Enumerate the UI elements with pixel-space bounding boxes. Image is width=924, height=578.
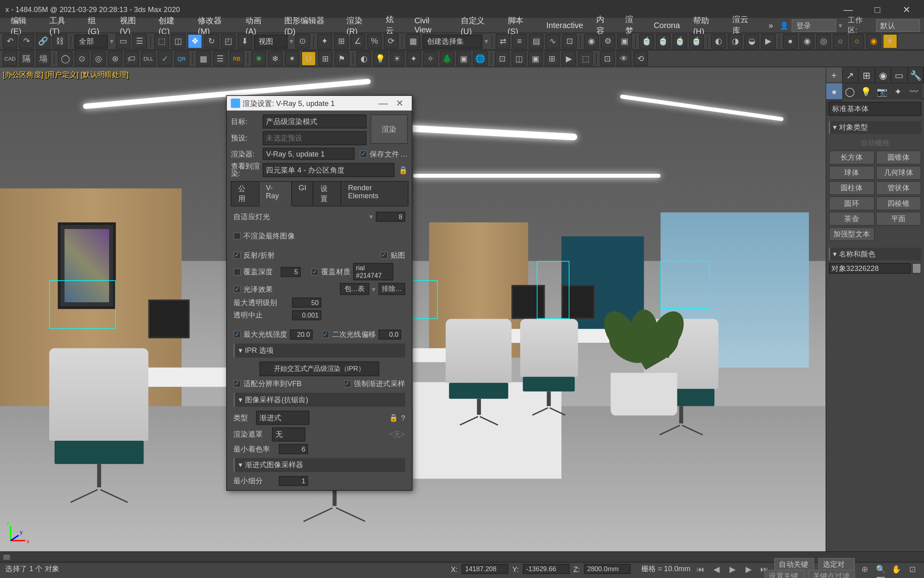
light-1-icon[interactable]: ◐ (357, 51, 371, 66)
scale-icon[interactable]: ◰ (221, 34, 235, 49)
menu-view[interactable]: 视图(V) (113, 14, 152, 37)
close-button[interactable]: ✕ (895, 1, 919, 17)
modify-tab[interactable]: ↗ (843, 67, 859, 83)
nav-8-icon[interactable]: ⊡ (907, 575, 919, 578)
menu-civil-view[interactable]: Civil View (408, 14, 454, 36)
lights-subtab-icon[interactable]: 💡 (858, 83, 874, 99)
render-mask-dropdown[interactable]: 无 (272, 427, 305, 442)
mirror-icon[interactable]: ⇄ (496, 34, 510, 49)
adaptive-lights-spinner[interactable] (376, 212, 405, 222)
maximize-button[interactable]: □ (865, 1, 890, 17)
progressive-sampler-header[interactable]: ▾ 渐进式图像采样器 (233, 458, 405, 472)
display-tab[interactable]: ▭ (892, 67, 908, 83)
rect-select-icon[interactable]: ⬚ (154, 34, 169, 49)
cam-3-icon[interactable]: ▣ (528, 51, 543, 66)
material-editor-icon[interactable]: ◉ (584, 34, 598, 49)
window-cross-icon[interactable]: ◫ (171, 34, 185, 49)
tool-tag-icon[interactable]: 🏷 (124, 51, 139, 66)
vray-rt-icon[interactable]: ◑ (728, 34, 742, 49)
geometry-subtab-icon[interactable]: ● (826, 83, 842, 99)
view-dropdown[interactable]: 四元菜单 4 - 办公区角度 (263, 163, 394, 177)
tool-rb-icon[interactable]: RB (229, 51, 244, 66)
angle-snap-icon[interactable]: ∠ (351, 34, 365, 49)
object-name-input[interactable] (829, 263, 911, 274)
box-button[interactable]: 长方体 (829, 151, 875, 165)
light-global-icon[interactable]: 🌐 (473, 51, 487, 66)
named-sel-icon[interactable]: ▦ (406, 34, 420, 49)
select-name-icon[interactable]: ☰ (132, 34, 147, 49)
layer-icon[interactable]: ▤ (529, 34, 543, 49)
cameras-subtab-icon[interactable]: 📷 (874, 83, 890, 99)
color-swatch[interactable] (912, 263, 922, 274)
tool-qr-icon[interactable]: QR (174, 51, 189, 66)
cylinder-button[interactable]: 圆柱体 (829, 181, 875, 195)
corona-2-icon[interactable]: ◉ (800, 34, 814, 49)
set-key-button[interactable]: 设置关键点 (764, 570, 804, 578)
tab-common[interactable]: 公用 (231, 181, 259, 206)
tab-settings[interactable]: 设置 (313, 181, 341, 206)
view-lock-icon[interactable]: 🔒 (399, 165, 408, 174)
fit-vfb-check[interactable] (233, 380, 241, 387)
save-file-more[interactable]: … (401, 150, 408, 158)
tool-u-icon[interactable]: U (301, 51, 316, 66)
tool-circle1-icon[interactable]: ◯ (58, 51, 72, 66)
nav-5-icon[interactable]: ◐ (859, 575, 871, 578)
key-filter-button[interactable]: 关键点过滤器 (808, 570, 855, 578)
category-dropdown[interactable]: 标准基本体 (829, 102, 922, 116)
coord-z-input[interactable] (584, 564, 630, 574)
tool-bug-icon[interactable]: ✳ (251, 51, 266, 66)
override-mtl-button[interactable]: rial #214747 (353, 263, 393, 280)
menu-overflow[interactable]: » (762, 19, 780, 31)
render-cloud-icon[interactable]: 🍵 (689, 34, 703, 49)
sun-icon[interactable]: ☀ (883, 34, 897, 49)
placement-icon[interactable]: ⬇ (237, 34, 252, 49)
create-tab[interactable]: + (826, 67, 843, 83)
dialog-titlebar[interactable]: 渲染设置: V-Ray 5, update 1 — ✕ (227, 96, 412, 110)
manipulate-icon[interactable]: ✦ (317, 34, 332, 49)
tool-cad-icon[interactable]: CAD (3, 51, 17, 66)
auto-grid-check[interactable]: 自动栅格 (829, 136, 922, 149)
tool-circle2-icon[interactable]: ⊙ (75, 51, 89, 66)
ipr-options-header[interactable]: ▾ IPR 选项 (233, 344, 405, 358)
menu-interactive[interactable]: Interactive (540, 19, 590, 31)
snap-icon[interactable]: ⊞ (334, 34, 349, 49)
light-5-icon[interactable]: ✧ (423, 51, 438, 66)
helpers-subtab-icon[interactable]: ✦ (890, 83, 906, 99)
maps-check[interactable] (381, 252, 388, 259)
align-icon[interactable]: ≡ (512, 34, 527, 49)
sec-ray-bias-check[interactable] (322, 331, 329, 338)
tab-vray[interactable]: V-Ray (259, 181, 292, 206)
ref-coord-dropdown[interactable]: 视图 (254, 34, 288, 48)
shapes-subtab-icon[interactable]: ◯ (842, 83, 858, 99)
rotate-icon[interactable]: ↻ (204, 34, 219, 49)
sampler-lock-icon[interactable]: 🔒 (389, 413, 398, 422)
sphere-button[interactable]: 球体 (829, 166, 875, 180)
cam-play-icon[interactable]: ▶ (561, 51, 576, 66)
menu-animation[interactable]: 动画(A) (239, 14, 278, 37)
tool-building-icon[interactable]: ⊞ (318, 51, 332, 66)
tube-button[interactable]: 管状体 (876, 181, 922, 195)
nav-7-icon[interactable]: ⊞ (891, 575, 903, 578)
menu-create[interactable]: 创建(C) (152, 14, 191, 37)
include-list-button[interactable]: 包…表 (340, 283, 369, 295)
light-2-icon[interactable]: 💡 (373, 51, 388, 66)
tab-gi[interactable]: GI (291, 181, 314, 206)
tool-grid-icon[interactable]: ▦ (196, 51, 211, 66)
tool-check-icon[interactable]: ✓ (158, 51, 172, 66)
menu-scripting[interactable]: 脚本(S) (501, 14, 540, 37)
viewport-label[interactable]: [办公区角度] [用户定义] [默认明暗处理] (3, 70, 129, 80)
vray-ipr-icon[interactable]: ◒ (744, 34, 759, 49)
vray-render-icon[interactable]: ▶ (761, 34, 776, 49)
minimize-button[interactable]: — (836, 1, 860, 17)
tool-star-icon[interactable]: ✶ (285, 51, 299, 66)
renderer-dropdown[interactable]: V-Ray 5, update 1 (263, 148, 355, 160)
reflect-refract-check[interactable] (233, 252, 241, 259)
glossy-check[interactable] (233, 285, 241, 293)
sec-ray-bias-spinner[interactable] (379, 330, 401, 340)
menu-modifiers[interactable]: 修改器(M) (191, 14, 239, 37)
redo-icon[interactable]: ↷ (19, 34, 34, 49)
override-depth-check[interactable] (233, 268, 241, 275)
menu-tools[interactable]: 工具(T) (43, 14, 81, 37)
tool-dll-icon[interactable]: DLL (141, 51, 156, 66)
light-3-icon[interactable]: ☀ (390, 51, 404, 66)
